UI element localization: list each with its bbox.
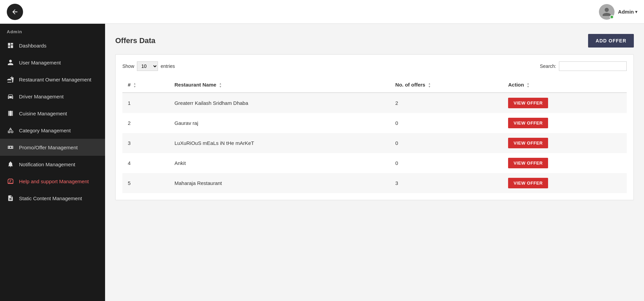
layout: Admin Dashboards User Management Restaur… [0,24,644,301]
sort-icon-name: ▲▼ [219,82,222,88]
col-action: Action ▲▼ [503,78,627,93]
restaurant-icon [7,76,14,83]
search-area: Search: [540,61,627,71]
help-icon [7,177,14,185]
cell-offers-count: 0 [390,153,503,173]
sidebar-label-driver-management: Driver Management [19,94,64,99]
cell-action: VIEW OFFER [503,113,627,133]
sidebar-item-category-management[interactable]: Category Management [0,122,105,139]
user-icon [7,59,14,66]
table-body: 1 Greaterr Kailash Sridham Dhaba 2 VIEW … [122,93,627,193]
table-container: Show 10 25 50 100 entries Search: [115,54,634,200]
main-content: Offers Data ADD OFFER Show 10 25 50 100 … [105,24,644,301]
admin-name-label: Admin ▾ [618,9,637,15]
sidebar: Admin Dashboards User Management Restaur… [0,24,105,301]
sidebar-label-cuisine-management: Cuisine Management [19,111,67,116]
static-icon [7,194,14,202]
search-label: Search: [540,63,556,69]
sidebar-item-help-support-management[interactable]: Help and support Management [0,173,105,190]
promo-icon [7,144,14,151]
sort-icon-num: ▲▼ [134,82,136,88]
table-header: # ▲▼ Restaurant Name ▲▼ No. of offers ▲▼ [122,78,627,93]
notification-icon [7,161,14,168]
cell-action: VIEW OFFER [503,153,627,173]
sidebar-label-category-management: Category Management [19,128,71,133]
sidebar-label-static-content-management: Static Content Management [19,195,82,201]
sidebar-label-promo-offer-management: Promo/Offer Management [19,145,78,150]
cell-num: 1 [122,93,169,113]
cell-num: 5 [122,173,169,193]
show-label: Show [122,63,134,69]
sidebar-label-dashboards: Dashboards [19,43,46,49]
cell-action: VIEW OFFER [503,173,627,193]
cell-action: VIEW OFFER [503,133,627,153]
cell-num: 3 [122,133,169,153]
view-offer-button[interactable]: VIEW OFFER [508,138,548,148]
sidebar-item-restaurant-owner-management[interactable]: Restaurant Owner Management [0,71,105,88]
controls-row: Show 10 25 50 100 entries Search: [122,61,627,71]
cell-num: 4 [122,153,169,173]
cell-restaurant-name: Ankit [169,153,390,173]
table-row: 1 Greaterr Kailash Sridham Dhaba 2 VIEW … [122,93,627,113]
sidebar-toggle-button[interactable] [7,4,23,20]
cuisine-icon [7,110,14,117]
table-row: 4 Ankit 0 VIEW OFFER [122,153,627,173]
driver-icon [7,93,14,100]
show-entries-control: Show 10 25 50 100 entries [122,61,175,71]
avatar [599,4,615,20]
chevron-down-icon: ▾ [635,10,637,14]
view-offer-button[interactable]: VIEW OFFER [508,118,548,128]
entries-select[interactable]: 10 25 50 100 [137,61,158,71]
entries-label: entries [161,63,175,69]
add-offer-button[interactable]: ADD OFFER [588,34,634,48]
cell-restaurant-name: Greaterr Kailash Sridham Dhaba [169,93,390,113]
table-row: 5 Maharaja Restaurant 3 VIEW OFFER [122,173,627,193]
offers-table: # ▲▼ Restaurant Name ▲▼ No. of offers ▲▼ [122,78,627,193]
sort-icon-offers: ▲▼ [428,82,431,88]
cell-num: 2 [122,113,169,133]
topbar-left [7,4,23,20]
sidebar-item-driver-management[interactable]: Driver Management [0,88,105,105]
cell-offers-count: 0 [390,133,503,153]
sidebar-item-cuisine-management[interactable]: Cuisine Management [0,105,105,122]
sidebar-item-dashboards[interactable]: Dashboards [0,37,105,54]
cell-restaurant-name: Maharaja Restaurant [169,173,390,193]
col-restaurant-name: Restaurant Name ▲▼ [169,78,390,93]
col-num: # ▲▼ [122,78,169,93]
dashboard-icon [7,42,14,49]
sidebar-item-static-content-management[interactable]: Static Content Management [0,190,105,207]
sidebar-label-user-management: User Management [19,60,61,65]
col-num-offers: No. of offers ▲▼ [390,78,503,93]
sidebar-admin-label: Admin [0,24,105,37]
cell-offers-count: 0 [390,113,503,133]
sidebar-item-user-management[interactable]: User Management [0,54,105,71]
online-indicator [610,15,614,19]
search-input[interactable] [559,61,627,71]
page-header: Offers Data ADD OFFER [115,34,634,48]
view-offer-button[interactable]: VIEW OFFER [508,98,548,108]
page-title: Offers Data [115,36,156,45]
topbar-right: Admin ▾ [599,4,637,20]
category-icon [7,127,14,134]
sidebar-label-help-support-management: Help and support Management [19,178,89,184]
cell-offers-count: 3 [390,173,503,193]
view-offer-button[interactable]: VIEW OFFER [508,178,548,188]
sidebar-item-promo-offer-management[interactable]: Promo/Offer Management [0,139,105,156]
view-offer-button[interactable]: VIEW OFFER [508,158,548,168]
sidebar-item-notification-management[interactable]: Notification Management [0,156,105,173]
topbar: Admin ▾ [0,0,644,24]
sort-icon-action: ▲▼ [527,82,529,88]
cell-offers-count: 2 [390,93,503,113]
cell-restaurant-name: Gaurav raj [169,113,390,133]
cell-restaurant-name: LuXuRiOuS mEaLs iN tHe mArKeT [169,133,390,153]
sidebar-label-restaurant-owner-management: Restaurant Owner Management [19,77,91,82]
table-row: 2 Gaurav raj 0 VIEW OFFER [122,113,627,133]
cell-action: VIEW OFFER [503,93,627,113]
table-row: 3 LuXuRiOuS mEaLs iN tHe mArKeT 0 VIEW O… [122,133,627,153]
sidebar-label-notification-management: Notification Management [19,162,75,167]
